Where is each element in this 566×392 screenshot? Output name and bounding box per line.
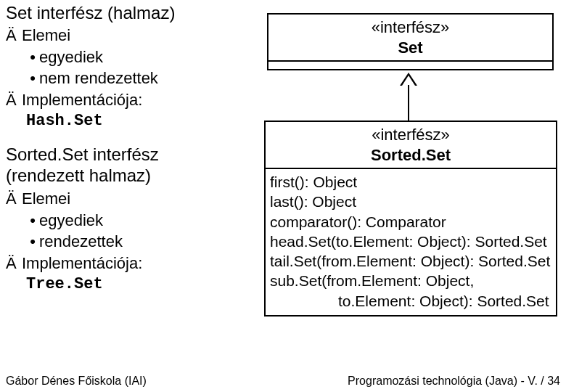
uml-sortedset-name-compartment: «interfész» Sorted.Set bbox=[266, 122, 556, 169]
label-egyediek: egyediek bbox=[39, 48, 103, 66]
set-elemei-line: ÄElemei bbox=[6, 25, 223, 46]
uml-set-empty-compartment bbox=[268, 62, 552, 69]
sortedset-rendezettek-line: •rendezettek bbox=[6, 231, 223, 253]
stereotype-label: «interfész» bbox=[372, 126, 450, 144]
dot-bullet-icon: • bbox=[26, 231, 39, 253]
footer: Gábor Dénes Főiskola (IAI) Programozási … bbox=[0, 375, 566, 388]
arrow-bullet-icon: Ä bbox=[6, 188, 22, 210]
method-headset: head.Set(to.Element: Object): Sorted.Set bbox=[270, 232, 551, 251]
treeset-code: Tree.Set bbox=[26, 274, 223, 295]
dot-bullet-icon: • bbox=[26, 46, 39, 68]
uml-sortedset-methods: first(): Object last(): Object comparato… bbox=[266, 169, 556, 315]
footer-left: Gábor Dénes Főiskola (IAI) bbox=[6, 375, 147, 388]
label-elemei: Elemei bbox=[22, 26, 70, 44]
set-nemrendezettek-line: •nem rendezettek bbox=[6, 68, 223, 89]
hashset-code: Hash.Set bbox=[26, 111, 223, 132]
uml-box-sortedset: «interfész» Sorted.Set first(): Object l… bbox=[264, 121, 557, 317]
uml-set-name-compartment: «interfész» Set bbox=[268, 15, 552, 62]
sortedset-title-line2: (rendezett halmaz) bbox=[6, 166, 151, 185]
set-interface-title: Set interfész (halmaz) bbox=[6, 3, 223, 23]
label-egyediek: egyediek bbox=[39, 211, 103, 229]
sortedset-elemei-line: ÄElemei bbox=[6, 188, 223, 210]
method-subset-line2: to.Element: Object): Sorted.Set bbox=[270, 291, 551, 311]
stereotype-label: «interfész» bbox=[372, 18, 450, 36]
method-subset-line1: sub.Set(from.Element: Object, bbox=[270, 271, 551, 290]
footer-right: Programozási technológia (Java) - V. / 3… bbox=[348, 375, 560, 388]
set-egyediek-line: •egyediek bbox=[6, 46, 223, 68]
left-column: Set interfész (halmaz) ÄElemei •egyediek… bbox=[6, 3, 223, 295]
label-nem-rendezettek: nem rendezettek bbox=[39, 69, 158, 87]
arrow-bullet-icon: Ä bbox=[6, 253, 22, 274]
label-rendezettek: rendezettek bbox=[39, 232, 123, 250]
method-comparator: comparator(): Comparator bbox=[270, 212, 551, 232]
sortedset-impl-line: ÄImplementációja: bbox=[6, 253, 223, 274]
label-implementacioja: Implementációja: bbox=[22, 254, 142, 272]
label-elemei: Elemei bbox=[22, 189, 70, 208]
sortedset-egyediek-line: •egyediek bbox=[6, 210, 223, 232]
arrow-bullet-icon: Ä bbox=[6, 25, 22, 46]
sortedset-interface-title: Sorted.Set interfész (rendezett halmaz) bbox=[6, 144, 223, 187]
arrow-bullet-icon: Ä bbox=[6, 89, 22, 111]
inheritance-line bbox=[408, 85, 409, 121]
dot-bullet-icon: • bbox=[26, 210, 39, 232]
sortedset-title-line1: Sorted.Set interfész bbox=[6, 144, 159, 164]
class-name-sortedset: Sorted.Set bbox=[371, 146, 451, 164]
dot-bullet-icon: • bbox=[26, 68, 39, 89]
set-impl-line: ÄImplementációja: bbox=[6, 89, 223, 111]
method-tailset: tail.Set(from.Element: Object): Sorted.S… bbox=[270, 251, 551, 271]
method-last: last(): Object bbox=[270, 192, 551, 211]
inheritance-arrowhead-fill bbox=[402, 75, 415, 86]
method-first: first(): Object bbox=[270, 172, 551, 192]
uml-box-set: «interfész» Set bbox=[267, 13, 554, 70]
label-implementacioja: Implementációja: bbox=[22, 91, 142, 109]
class-name-set: Set bbox=[398, 38, 422, 57]
